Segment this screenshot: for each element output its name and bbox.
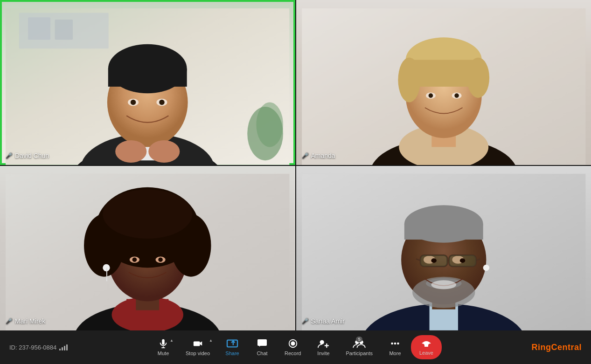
participant-name-mari: 🎤 Mari Mirek xyxy=(6,317,45,325)
svg-point-29 xyxy=(467,57,489,97)
mic-icon-amanda: 🎤 xyxy=(302,152,309,159)
mic-icon-sanaa: 🎤 xyxy=(302,318,309,324)
svg-point-82 xyxy=(291,341,295,345)
chat-label: Chat xyxy=(257,350,267,356)
logo-central: Central xyxy=(551,343,582,352)
svg-point-88 xyxy=(391,343,393,345)
stop-video-label: Stop video xyxy=(186,350,210,356)
invite-button[interactable]: Invite xyxy=(309,336,337,359)
mic-icon-mari: 🎤 xyxy=(6,318,13,324)
more-button[interactable]: More xyxy=(381,336,409,359)
svg-rect-58 xyxy=(404,224,483,240)
svg-point-44 xyxy=(103,190,192,239)
participant-name-david: 🎤 David Chun xyxy=(6,152,49,159)
participants-label: Participants xyxy=(346,350,372,356)
signal-bar-4 xyxy=(66,344,68,350)
svg-rect-74 xyxy=(162,339,165,345)
meeting-id: ID: 237-956-0884 xyxy=(9,344,84,351)
mute-caret: ▲ xyxy=(170,338,174,343)
leave-button[interactable]: Leave xyxy=(411,335,442,359)
svg-point-50 xyxy=(158,258,163,262)
video-icon xyxy=(192,338,203,349)
more-icon xyxy=(389,338,401,349)
video-tile-mari: 🎤 Mari Mirek xyxy=(0,166,295,331)
svg-rect-46 xyxy=(106,268,107,282)
participants-count: 5 xyxy=(356,337,362,342)
toolbar-controls: ▲ Mute ▲ Stop video xyxy=(149,335,442,359)
svg-point-89 xyxy=(394,343,396,345)
svg-point-15 xyxy=(159,99,165,105)
svg-point-17 xyxy=(115,140,146,163)
chat-button[interactable]: Chat xyxy=(248,336,276,359)
video-tile-david: 🎤 David Chun xyxy=(0,0,295,165)
chat-icon xyxy=(257,338,268,349)
svg-point-18 xyxy=(148,140,180,163)
svg-point-73 xyxy=(483,265,489,271)
signal-bar-2 xyxy=(62,347,63,350)
video-caret: ▲ xyxy=(209,338,213,343)
svg-rect-2 xyxy=(28,17,50,40)
invite-icon xyxy=(317,338,329,349)
video-tile-amanda: 🎤 Amanda xyxy=(296,0,591,165)
svg-point-49 xyxy=(132,258,137,262)
svg-point-5 xyxy=(256,102,283,147)
svg-rect-3 xyxy=(55,20,73,40)
invite-label: Invite xyxy=(317,350,329,356)
svg-point-90 xyxy=(397,343,399,345)
logo-ring: Ring xyxy=(531,343,551,352)
ringcentral-logo: RingCentral xyxy=(507,343,582,352)
signal-strength xyxy=(59,344,68,350)
video-tile-sanaa: 🎤 Sanaa Amir xyxy=(296,166,591,331)
mute-label: Mute xyxy=(158,350,169,356)
leave-label: Leave xyxy=(419,350,433,356)
signal-bar-1 xyxy=(59,349,61,350)
svg-rect-77 xyxy=(194,341,200,346)
svg-point-14 xyxy=(131,99,136,105)
svg-rect-80 xyxy=(257,339,267,346)
svg-point-72 xyxy=(431,281,456,289)
svg-point-33 xyxy=(454,93,459,98)
toolbar: ID: 237-956-0884 ▲ Mute ▲ xyxy=(0,330,591,364)
share-icon xyxy=(226,338,238,349)
svg-point-83 xyxy=(320,340,324,344)
record-icon xyxy=(287,338,299,349)
svg-point-28 xyxy=(398,57,420,102)
svg-point-32 xyxy=(428,93,433,98)
participant-name-amanda: 🎤 Amanda xyxy=(302,152,335,159)
record-label: Record xyxy=(285,350,301,356)
more-label: More xyxy=(389,350,401,356)
mic-icon xyxy=(158,338,168,349)
participants-button[interactable]: 5 Participants xyxy=(339,336,379,359)
record-button[interactable]: Record xyxy=(278,336,307,359)
share-button[interactable]: Share xyxy=(218,336,246,359)
svg-point-71 xyxy=(459,259,465,263)
signal-bar-3 xyxy=(64,346,65,350)
participant-name-sanaa: 🎤 Sanaa Amir xyxy=(302,317,345,325)
share-label: Share xyxy=(225,350,239,356)
mic-icon-david: 🎤 xyxy=(6,152,13,159)
mute-button[interactable]: ▲ Mute xyxy=(149,336,177,359)
stop-video-button[interactable]: ▲ Stop video xyxy=(179,336,216,359)
svg-rect-11 xyxy=(108,69,187,86)
svg-point-70 xyxy=(431,259,437,263)
leave-icon xyxy=(420,339,432,348)
video-grid: 🎤 David Chun xyxy=(0,0,591,330)
